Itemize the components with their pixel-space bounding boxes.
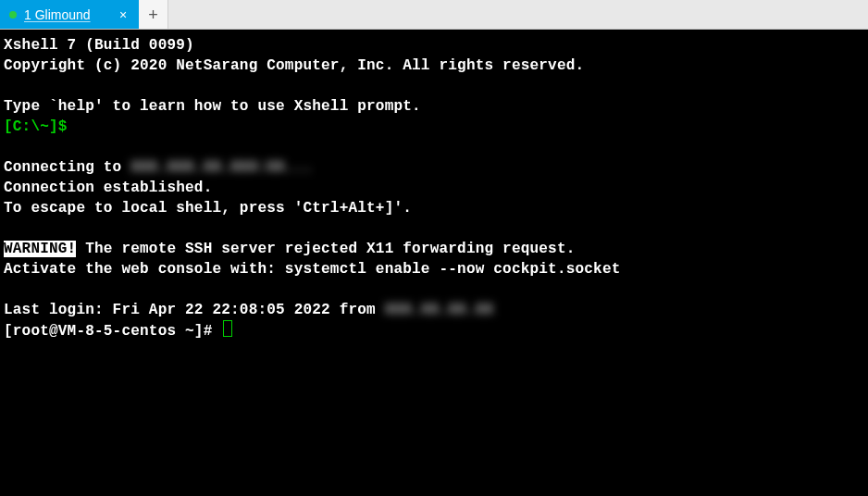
- local-prompt: [C:\~]$: [4, 118, 68, 135]
- connection-established: Connection established.: [4, 180, 212, 196]
- activate-web-console: Activate the web console with: systemctl…: [4, 261, 621, 278]
- escape-hint: To escape to local shell, press 'Ctrl+Al…: [4, 200, 412, 217]
- tab-bar: 1 Glimound × +: [0, 0, 868, 30]
- cursor: [223, 320, 232, 337]
- tab-label: 1 Glimound: [24, 7, 105, 22]
- last-login-prefix: Last login: Fri Apr 22 22:08:05 2022 fro…: [4, 302, 385, 318]
- banner-line-2: Copyright (c) 2020 NetSarang Computer, I…: [4, 57, 584, 74]
- banner-line-1: Xshell 7 (Build 0099): [4, 37, 194, 54]
- connecting-prefix: Connecting to: [4, 159, 130, 176]
- new-tab-button[interactable]: +: [139, 0, 168, 29]
- connection-status-dot: [9, 11, 17, 19]
- last-login-ip-redacted: XXX.XX.XX.XX: [385, 302, 494, 318]
- remote-prompt: [root@VM-8-5-centos ~]#: [4, 323, 221, 340]
- help-hint: Type `help' to learn how to use Xshell p…: [4, 98, 421, 115]
- terminal-view[interactable]: Xshell 7 (Build 0099) Copyright (c) 2020…: [0, 30, 868, 496]
- plus-icon: +: [148, 6, 158, 23]
- warning-text: The remote SSH server rejected X11 forwa…: [76, 241, 575, 257]
- close-icon[interactable]: ×: [115, 6, 131, 23]
- tab-session-1[interactable]: 1 Glimound ×: [0, 0, 139, 29]
- connecting-host-redacted: XXX.XXX.XX.XXX:XX...: [130, 159, 312, 176]
- warning-label: WARNING!: [4, 241, 76, 257]
